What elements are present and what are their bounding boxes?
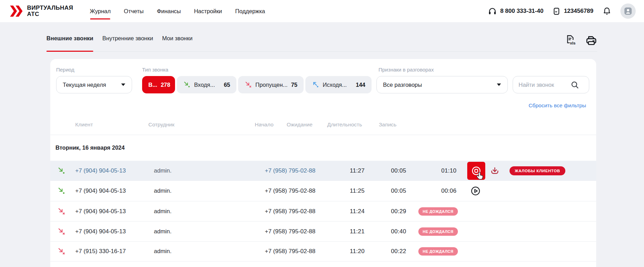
- callee-phone[interactable]: +7 (958) 795-02-88: [265, 167, 328, 174]
- search-icon[interactable]: [571, 81, 579, 89]
- call-row[interactable]: +7 (915) 330-16-17 admin. +7 (958) 795-0…: [50, 241, 596, 261]
- missed-status-badge: НЕ ДОЖДАЛСЯ: [418, 227, 458, 236]
- search-call-input[interactable]: [519, 82, 571, 88]
- play-icon: [471, 186, 480, 196]
- account-number[interactable]: 123456789: [552, 7, 593, 15]
- play-record-button[interactable]: [471, 186, 480, 196]
- call-type-incoming-button[interactable]: Входя... 65: [177, 76, 236, 93]
- call-type-label: Тип звонка: [142, 67, 168, 73]
- call-row[interactable]: +7 (904) 904-05-13 admin. +7 (958) 795-0…: [50, 161, 596, 181]
- column-wait: Ожидание: [287, 122, 313, 128]
- employee: admin.: [151, 187, 265, 194]
- column-client: Клиент: [75, 122, 93, 128]
- download-record-button[interactable]: [490, 166, 499, 176]
- call-type-missed-button[interactable]: Пропущен... 75: [238, 76, 304, 93]
- nav-item-support[interactable]: Поддержка: [235, 0, 265, 22]
- print-button[interactable]: [585, 35, 597, 46]
- chevron-down-icon: [121, 83, 125, 86]
- client-phone[interactable]: +7 (904) 904-05-13: [71, 187, 151, 194]
- call-type-outgoing-button[interactable]: Исходя... 144: [305, 76, 372, 93]
- nav-item-reports[interactable]: Отчеты: [124, 0, 143, 22]
- reset-filters-link[interactable]: Сбросить все фильтры: [529, 102, 586, 108]
- tab-internal-calls[interactable]: Внутренние звонки: [102, 35, 153, 51]
- client-phone[interactable]: +7 (904) 904-05-13: [71, 228, 151, 235]
- call-row[interactable]: +7 (904) 904-05-13 admin. +7 (958) 795-0…: [50, 181, 596, 201]
- journal-tabs: Внешние звонки Внутренние звонки Мои зво…: [46, 35, 192, 51]
- support-phone[interactable]: 8 800 333-31-40: [488, 7, 543, 16]
- client-phone[interactable]: +7 (915) 330-16-17: [71, 248, 151, 255]
- calls-journal-card: Период Текущая неделя Тип звонка В... 27…: [50, 59, 596, 267]
- callee-phone[interactable]: +7 (958) 795-02-88: [265, 208, 328, 215]
- client-phone[interactable]: +7 (904) 904-05-13: [71, 208, 151, 215]
- stop-record-button[interactable]: [467, 162, 485, 180]
- nav-item-settings[interactable]: Настройки: [194, 0, 222, 22]
- tags-label: Признаки в разговорах: [378, 67, 434, 73]
- callee-phone[interactable]: +7 (958) 795-02-88: [265, 228, 328, 235]
- tab-external-calls[interactable]: Внешние звонки: [46, 35, 93, 51]
- profile-avatar[interactable]: [620, 3, 636, 19]
- nav-item-journal[interactable]: Журнал: [90, 0, 111, 22]
- call-rows: +7 (904) 904-05-13 admin. +7 (958) 795-0…: [50, 161, 596, 261]
- period-label: Период: [56, 67, 75, 73]
- tags-value: Все разговоры: [383, 82, 422, 88]
- main-navigation: Журнал Отчеты Финансы Настройки Поддержк…: [90, 0, 265, 22]
- notifications-button[interactable]: [602, 7, 611, 16]
- start-time: 11:25: [328, 187, 367, 194]
- nav-item-finance[interactable]: Финансы: [157, 0, 181, 22]
- journal-actions: xls: [565, 35, 597, 51]
- table-header-divider: [50, 135, 596, 135]
- callee-phone[interactable]: +7 (958) 795-02-88: [265, 248, 328, 255]
- date-group-header: Вторник, 16 января 2024: [55, 144, 125, 151]
- top-header: ВИРТУАЛЬНАЯ АТС Журнал Отчеты Финансы На…: [0, 0, 644, 22]
- table-header: Клиент Сотрудник Начало Ожидание Длитель…: [50, 122, 596, 131]
- missed-status-badge: НЕ ДОЖДАЛСЯ: [418, 207, 458, 216]
- search-call-box: [513, 76, 589, 93]
- employee: admin.: [151, 208, 265, 215]
- incoming-call-icon: [57, 167, 66, 175]
- client-phone[interactable]: +7 (904) 904-05-13: [71, 167, 151, 174]
- start-time: 11:20: [328, 248, 367, 255]
- avatar-icon: [624, 7, 632, 15]
- employee: admin.: [151, 167, 265, 174]
- start-time: 11:27: [328, 167, 367, 174]
- wait-time: 00:29: [367, 208, 409, 215]
- period-value: Текущая неделя: [63, 82, 106, 88]
- call-row[interactable]: +7 (904) 904-05-13 admin. +7 (958) 795-0…: [50, 221, 596, 241]
- virtual-ats-app: ВИРТУАЛЬНАЯ АТС Журнал Отчеты Финансы На…: [0, 0, 644, 267]
- headset-icon: [488, 7, 497, 16]
- missed-call-icon: [57, 227, 66, 236]
- print-icon: [585, 35, 597, 46]
- wait-time: 00:05: [367, 187, 409, 194]
- wait-time: 00:22: [367, 248, 409, 255]
- reset-filters-row: Сбросить все фильтры: [529, 102, 586, 109]
- callee-phone[interactable]: +7 (958) 795-02-88: [265, 187, 328, 194]
- missed-call-icon: [57, 247, 66, 256]
- wait-time: 00:05: [367, 167, 409, 174]
- period-select[interactable]: Текущая неделя: [56, 76, 132, 93]
- column-duration: Длительность: [327, 122, 362, 128]
- incoming-call-icon: [57, 187, 66, 195]
- call-type-all-button[interactable]: В... 278: [142, 76, 175, 93]
- column-start: Начало: [255, 122, 273, 128]
- cursor-icon: [476, 172, 485, 181]
- support-phone-number: 8 800 333-31-40: [500, 8, 543, 15]
- complaint-badge: ЖАЛОБЫ КЛИЕНТОВ: [510, 166, 565, 175]
- employee: admin.: [151, 248, 265, 255]
- header-right: 8 800 333-31-40 123456789: [488, 3, 644, 19]
- start-time: 11:24: [328, 208, 367, 215]
- call-row[interactable]: +7 (904) 904-05-13 admin. +7 (958) 795-0…: [50, 201, 596, 221]
- brand-logo-icon: [9, 5, 23, 17]
- employee: admin.: [151, 228, 265, 235]
- tags-select[interactable]: Все разговоры: [376, 76, 508, 93]
- export-xls-button[interactable]: xls: [565, 35, 577, 46]
- journal-tabs-row: Внешние звонки Внутренние звонки Мои зво…: [46, 22, 597, 52]
- missed-call-icon: [57, 207, 66, 216]
- duration: 00:06: [409, 187, 459, 194]
- brand-logo[interactable]: ВИРТУАЛЬНАЯ АТС: [9, 5, 73, 17]
- incoming-arrow-icon: [183, 81, 191, 89]
- tab-my-calls[interactable]: Мои звонки: [162, 35, 193, 51]
- receipt-icon: [552, 7, 560, 15]
- duration: 01:10: [409, 167, 459, 174]
- download-icon: [490, 166, 499, 176]
- svg-text:xls: xls: [570, 41, 575, 45]
